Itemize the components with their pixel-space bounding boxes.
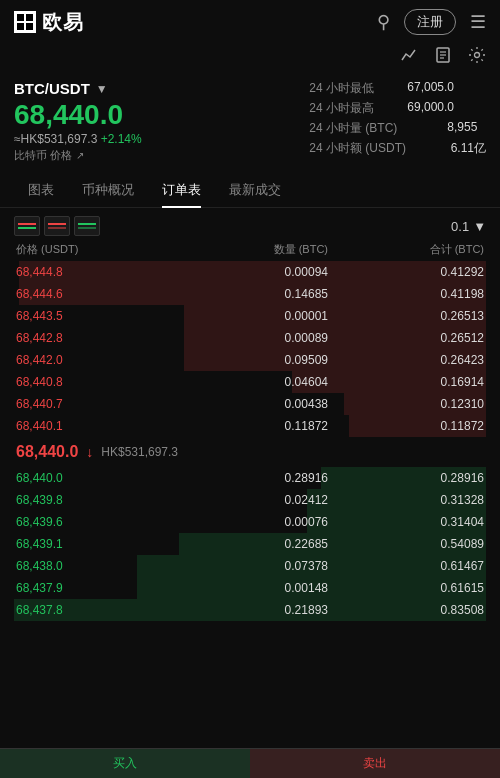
logo-text: 欧易	[42, 9, 84, 36]
ob-view-both[interactable]	[14, 216, 40, 236]
ob-decimals[interactable]: 0.1 ▼	[451, 219, 486, 234]
document-icon[interactable]	[434, 46, 452, 68]
stat-row: 24 小时额 (USDT)6.11亿	[309, 140, 486, 157]
ob-view-asks[interactable]	[44, 216, 70, 236]
stat-row: 24 小时最低67,005.0	[309, 80, 486, 97]
sell-button[interactable]: 卖出	[250, 749, 500, 778]
ob-view-bids[interactable]	[74, 216, 100, 236]
ob-toolbar: 0.1 ▼	[14, 216, 486, 236]
ask-row[interactable]: 68,440.8 0.04604 0.16914	[14, 371, 486, 393]
tab-trades[interactable]: 最新成交	[215, 173, 295, 207]
sub-header	[0, 44, 500, 74]
header: 欧易 ⚲ 注册 ☰	[0, 0, 500, 44]
search-icon[interactable]: ⚲	[377, 11, 390, 33]
buy-button[interactable]: 买入	[0, 749, 250, 778]
ask-row[interactable]: 68,442.0 0.09509 0.26423	[14, 349, 486, 371]
logo-icon	[14, 11, 36, 33]
pair-section: BTC/USDT ▼ 68,440.0 ≈HK$531,697.3 +2.14%…	[0, 74, 500, 173]
bid-row[interactable]: 68,440.0 0.28916 0.28916	[14, 467, 486, 489]
ob-view-icons	[14, 216, 100, 236]
external-link-icon[interactable]: ↗	[76, 150, 84, 161]
chart-line-icon[interactable]	[400, 46, 418, 68]
bid-row[interactable]: 68,439.8 0.02412 0.31328	[14, 489, 486, 511]
stat-row: 24 小时量 (BTC)8,955	[309, 120, 486, 137]
ask-row[interactable]: 68,440.7 0.00438 0.12310	[14, 393, 486, 415]
gear-icon[interactable]	[468, 46, 486, 68]
pair-chevron-icon[interactable]: ▼	[96, 82, 108, 96]
pair-left: BTC/USDT ▼ 68,440.0 ≈HK$531,697.3 +2.14%…	[14, 80, 142, 163]
bid-row[interactable]: 68,438.0 0.07378 0.61467	[14, 555, 486, 577]
pair-price: 68,440.0	[14, 99, 142, 131]
decimals-chevron-icon: ▼	[473, 219, 486, 234]
svg-rect-0	[17, 14, 24, 21]
pair-change: +2.14%	[101, 132, 142, 146]
bid-row[interactable]: 68,439.1 0.22685 0.54089	[14, 533, 486, 555]
bid-row[interactable]: 68,437.9 0.00148 0.61615	[14, 577, 486, 599]
tab-orderbook[interactable]: 订单表	[148, 173, 215, 207]
svg-point-8	[475, 53, 480, 58]
ask-row[interactable]: 68,443.5 0.00001 0.26513	[14, 305, 486, 327]
header-icons: ⚲ 注册 ☰	[377, 9, 486, 35]
svg-rect-1	[26, 14, 33, 21]
ask-row[interactable]: 68,444.6 0.14685 0.41198	[14, 283, 486, 305]
logo-area: 欧易	[14, 9, 84, 36]
bid-row[interactable]: 68,437.8 0.21893 0.83508	[14, 599, 486, 621]
ask-row[interactable]: 68,440.1 0.11872 0.11872	[14, 415, 486, 437]
tabs: 图表 币种概况 订单表 最新成交	[0, 173, 500, 208]
pair-hk-price: ≈HK$531,697.3 +2.14%	[14, 132, 142, 146]
orderbook: 0.1 ▼ 价格 (USDT) 数量 (BTC) 合计 (BTC) 68,444…	[0, 208, 500, 629]
bids-list: 68,440.0 0.28916 0.28916 68,439.8 0.0241…	[14, 467, 486, 621]
tab-overview[interactable]: 币种概况	[68, 173, 148, 207]
bid-row[interactable]: 68,439.6 0.00076 0.31404	[14, 511, 486, 533]
footer-bar: 买入 卖出	[0, 748, 500, 778]
tab-chart[interactable]: 图表	[14, 173, 68, 207]
stat-row: 24 小时最高69,000.0	[309, 100, 486, 117]
ob-mid-price: 68,440.0 ↓ HK$531,697.3	[14, 437, 486, 467]
svg-rect-2	[17, 23, 24, 30]
ob-header: 价格 (USDT) 数量 (BTC) 合计 (BTC)	[14, 242, 486, 257]
svg-rect-3	[26, 23, 33, 30]
menu-icon[interactable]: ☰	[470, 11, 486, 33]
ask-row[interactable]: 68,442.8 0.00089 0.26512	[14, 327, 486, 349]
register-button[interactable]: 注册	[404, 9, 456, 35]
pair-label: 比特币 价格 ↗	[14, 148, 142, 163]
pair-stats: 24 小时最低67,005.024 小时最高69,000.024 小时量 (BT…	[309, 80, 486, 157]
pair-name: BTC/USDT ▼	[14, 80, 142, 97]
asks-list: 68,444.8 0.00094 0.41292 68,444.6 0.1468…	[14, 261, 486, 437]
ask-row[interactable]: 68,444.8 0.00094 0.41292	[14, 261, 486, 283]
mid-arrow-icon: ↓	[86, 444, 93, 460]
